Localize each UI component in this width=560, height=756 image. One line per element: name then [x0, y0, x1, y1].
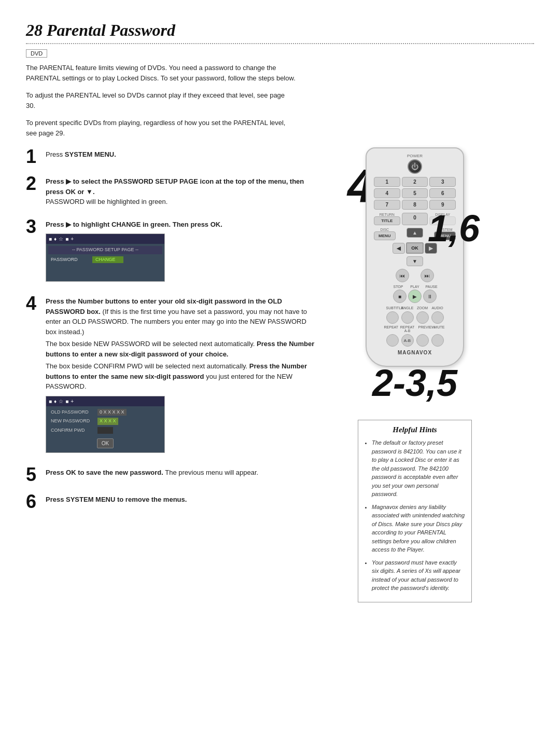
step-2-bold: Press ▶ to select the PASSWORD SETUP PAG… [46, 177, 304, 196]
hint-3-text: Your password must have exactly six digi… [372, 559, 460, 592]
nav-down-btn[interactable]: ▼ [407, 256, 423, 266]
step-2-number: 2 [26, 174, 40, 193]
next-btn[interactable]: ⏭ [421, 269, 434, 282]
screen-2-value-old: 0 X X X X X [97, 409, 127, 416]
step-1-press: Press [46, 150, 65, 158]
step-4-content: Press the Number buttons to enter your o… [46, 294, 316, 457]
screen-1-body: -- PASSWORD SETUP PAGE -- PASSWORD CHANG… [46, 244, 164, 281]
intro-text-1: The PARENTAL feature limits viewing of D… [26, 63, 296, 83]
step-6-bold: Press SYSTEM MENU to remove the menus. [46, 496, 187, 503]
return-title-btn[interactable]: RETURN TITLE [374, 213, 400, 225]
hint-1: The default or factory preset password i… [372, 438, 465, 499]
disc-area: DISC MENU [374, 228, 396, 240]
prev-btn[interactable]: ⏮ [396, 269, 409, 282]
transport-row: ■ ▶ ⏸ [374, 290, 456, 303]
step-1: 1 Press SYSTEM MENU. [26, 147, 316, 166]
brand-label: MAGNAVOX [374, 350, 456, 355]
screen-icon-1: ■ [49, 235, 52, 243]
screen-2-body: OLD PASSWORD 0 X X X X X NEW PASSWORD X … [46, 406, 164, 453]
power-button[interactable]: ⏻ [408, 159, 422, 174]
angle-btn[interactable] [401, 311, 414, 324]
screen-2-icon-2: ♦ [54, 397, 57, 405]
repeat-btn[interactable] [386, 334, 399, 347]
step-3-number: 3 [26, 217, 40, 236]
hint-1-text: The default or factory preset password i… [372, 439, 461, 497]
play-btn[interactable]: ▶ [408, 290, 422, 303]
step-2-content: Press ▶ to select the PASSWORD SETUP PAG… [46, 174, 316, 209]
step-labels-area: 4 POWER ⏻ 1 [358, 147, 472, 409]
preview-btn[interactable] [416, 334, 429, 347]
screen-icon-2: ♦ [54, 235, 57, 243]
screen-2-icon-4: ■ [65, 397, 68, 405]
btn-0[interactable]: 0 [402, 213, 428, 225]
step-4-text-3: The box beside CONFIRM PWD will be selec… [46, 361, 316, 392]
screen-2-ok-btn: OK [97, 438, 114, 448]
btn-4[interactable]: 4 [374, 188, 400, 198]
screen-2-label-new: NEW PASSWORD [51, 418, 97, 425]
spacer [411, 269, 419, 282]
btn-2[interactable]: 2 [402, 177, 428, 187]
screen-2: ■ ♦ ☆ ■ + OLD PASSWORD 0 X X X X X NEW P… [46, 396, 165, 453]
pause-label: PAUSE [425, 285, 438, 288]
step-5: 5 Press OK to save the new password. The… [26, 465, 316, 484]
screen-1-header: ■ ♦ ☆ ■ + [46, 234, 164, 244]
disc-menu-btn[interactable]: MENU [374, 231, 396, 240]
btn-6[interactable]: 6 [429, 188, 456, 198]
screen-2-btn-row: OK [48, 436, 162, 450]
nav-up-btn[interactable]: ▲ [407, 228, 423, 238]
title-btn[interactable]: TITLE [374, 216, 400, 225]
step-1-number: 1 [26, 147, 40, 166]
step-1-text: Press SYSTEM MENU. [46, 149, 316, 160]
step-3-bold: Press ▶ to highlight CHANGE in green. Th… [46, 221, 222, 228]
btn-8[interactable]: 8 [402, 200, 428, 210]
step-6-text: Press SYSTEM MENU to remove the menus. [46, 494, 316, 505]
screen-1-value-change: CHANGE [92, 256, 123, 264]
screen-2-label-confirm: CONFIRM PWD [51, 427, 97, 434]
nav-ok-btn[interactable]: OK [406, 242, 424, 254]
page-title: 28 Parental Password [26, 21, 534, 40]
step-1-content: Press SYSTEM MENU. [46, 147, 316, 162]
step-4-bold-3: Press the Number buttons to enter the sa… [46, 362, 307, 380]
screen-icon-3: ☆ [59, 235, 63, 243]
btn-5[interactable]: 5 [402, 188, 428, 198]
subtitle-btn[interactable] [386, 311, 399, 324]
hint-2: Magnavox denies any liability associated… [372, 503, 465, 554]
right-column: 4 POWER ⏻ 1 [327, 147, 503, 602]
step-3-content: Press ▶ to highlight CHANGE in green. Th… [46, 217, 316, 286]
intro-text-2: To adjust the PARENTAL level so DVDs can… [26, 90, 296, 111]
btn-3[interactable]: 3 [429, 177, 456, 187]
step-5-content: Press OK to save the new password. The p… [46, 465, 316, 480]
main-layout: 1 Press SYSTEM MENU. 2 Press ▶ to select… [26, 147, 534, 602]
btn-1[interactable]: 1 [374, 177, 400, 187]
divider [26, 43, 534, 44]
zoom-btn[interactable] [416, 311, 429, 324]
mute-btn[interactable] [431, 334, 444, 347]
btn-7[interactable]: 7 [374, 200, 400, 210]
step-6: 6 Press SYSTEM MENU to remove the menus. [26, 492, 316, 511]
screen-2-header: ■ ♦ ☆ ■ + [46, 396, 164, 406]
circle-row-2: A-B [374, 334, 456, 347]
hints-list: The default or factory preset password i… [365, 438, 465, 593]
repeat-ab-btn[interactable]: A-B [401, 334, 414, 347]
nav-down-row: ▼ [374, 256, 456, 266]
nav-up-area: ▲ [407, 228, 423, 240]
stop-btn[interactable]: ■ [393, 290, 407, 303]
step-4-number: 4 [26, 294, 40, 313]
circle-row-1 [374, 311, 456, 324]
step-4-bold-2: Press the Number buttons to enter a new … [46, 340, 314, 358]
step-2-text: Press ▶ to select the PASSWORD SETUP PAG… [46, 176, 316, 207]
nav-left-btn[interactable]: ◀ [393, 243, 405, 254]
mute-label: MUTE [433, 325, 446, 333]
pause-btn[interactable]: ⏸ [423, 290, 437, 303]
helpful-hints-box: Helpful Hints The default or factory pre… [358, 420, 472, 602]
step-2-normal: PASSWORD will be highlighted in green. [46, 198, 167, 205]
transport-labels: STOP PLAY PAUSE [374, 285, 456, 288]
screen-1-row-1: PASSWORD CHANGE [48, 256, 162, 264]
number-grid: 1 2 3 4 5 6 7 8 9 [374, 177, 456, 210]
step-5-text: Press OK to save the new password. The p… [46, 468, 316, 478]
screen-2-value-confirm [97, 427, 113, 434]
audio-btn[interactable] [431, 311, 444, 324]
screen-2-label-old: OLD PASSWORD [51, 409, 97, 416]
repeat-label: REPEAT [384, 325, 397, 333]
screen-1-title: -- PASSWORD SETUP PAGE -- [48, 246, 162, 254]
